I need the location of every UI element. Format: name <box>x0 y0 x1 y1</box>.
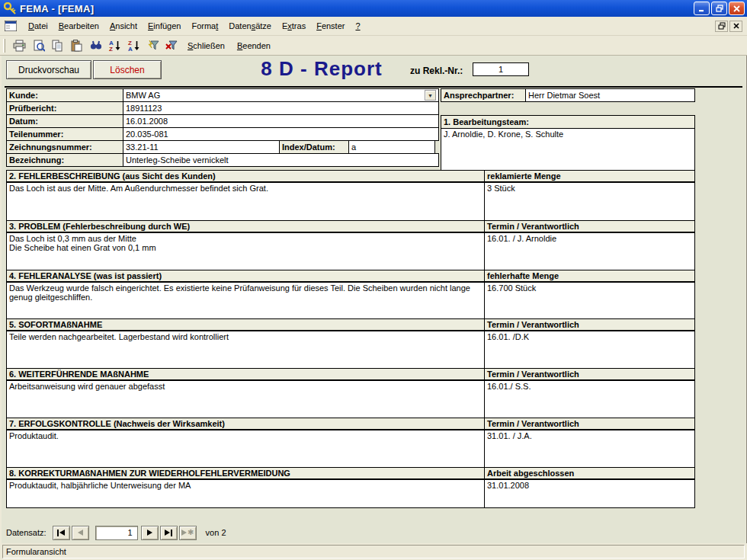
first-record-button[interactable] <box>53 526 70 540</box>
copy-icon[interactable] <box>49 37 66 54</box>
section-3-text-field[interactable]: Das Loch ist 0,3 mm aus der Mitte Die Sc… <box>6 232 485 270</box>
toolbar-grip[interactable] <box>3 39 5 53</box>
section-6-right-field[interactable]: 16.01./ S.S. <box>484 380 695 418</box>
menu-extras[interactable]: Extras <box>277 19 311 33</box>
section-6: 6. WEITERFÜHRENDE MAßNAHMETermin / Veran… <box>6 368 695 418</box>
section-3-title: 3. PROBLEM (Fehlerbeschreibung durch WE) <box>6 220 485 233</box>
menu-fenster[interactable]: Fenster <box>311 19 350 33</box>
datum-label: Datum: <box>6 114 123 128</box>
bezeichnung-field[interactable]: Unterleg-Scheibe vernickelt <box>123 153 439 167</box>
sort-ascending-icon[interactable]: A Z <box>106 37 123 54</box>
section-6-title: 6. WEITERFÜHRENDE MAßNAHME <box>6 368 485 381</box>
row-ansprechpartner: Ansprechpartner: Herr Dietmar Soest <box>441 88 695 102</box>
row-datum: Datum: 16.01.2008 <box>6 114 439 128</box>
title-bar: FEMA - [FEMA] <box>0 0 747 17</box>
section-4: 4. FEHLERANALYSE (was ist passiert)fehle… <box>6 270 695 319</box>
team-field[interactable]: J. Arnoldie, D. Krone, S. Schulte <box>441 128 695 171</box>
minimize-button[interactable] <box>694 2 710 15</box>
toolbar: A Z Z A Schließe <box>0 36 747 56</box>
form-icon <box>5 21 17 31</box>
index-datum-field[interactable]: a <box>348 140 435 154</box>
section-8-right-title: Arbeit abgeschlossen <box>484 467 695 480</box>
section-2-title: 2. FEHLERBESCHREIBUNG (aus Sicht des Kun… <box>6 170 485 183</box>
mdi-close-button[interactable] <box>729 21 742 32</box>
application-window: FEMA - [FEMA] Datei Bearbeiten Ansich <box>0 0 747 560</box>
loeschen-button[interactable]: Löschen <box>93 60 162 79</box>
row-teilenummer: Teilenummer: 20.035-081 <box>6 127 439 141</box>
paste-icon[interactable] <box>68 37 85 54</box>
druckvorschau-button[interactable]: Druckvorschau <box>6 60 91 79</box>
svg-text:A: A <box>128 46 133 52</box>
restore-button[interactable] <box>711 2 727 15</box>
next-record-button[interactable] <box>141 526 159 540</box>
section-6-right-title: Termin / Verantwortlich <box>484 368 695 381</box>
record-nav-label: Datensatz: <box>6 528 46 537</box>
row-pruefbericht: Prüfbericht: 18911123 <box>6 101 439 115</box>
menu-ansicht[interactable]: Ansicht <box>104 19 143 33</box>
menu-einfuegen[interactable]: Einfügen <box>143 19 186 33</box>
report-sections: 2. FEHLERBESCHREIBUNG (aus Sicht des Kun… <box>6 171 695 508</box>
last-record-button[interactable] <box>160 526 178 540</box>
beenden-button[interactable]: Beenden <box>232 37 276 54</box>
section-8-text-field[interactable]: Produktaudit, halbjährliche Unterweisung… <box>6 479 485 508</box>
print-preview-icon[interactable] <box>30 37 47 54</box>
close-button[interactable] <box>729 2 745 15</box>
remove-filter-icon[interactable] <box>163 37 181 54</box>
section-5-right-title: Termin / Verantwortlich <box>484 318 695 331</box>
svg-text:Z: Z <box>109 46 113 52</box>
pruefbericht-field[interactable]: 18911123 <box>123 101 439 115</box>
section-3: 3. PROBLEM (Fehlerbeschreibung durch WE)… <box>6 220 695 270</box>
section-4-text-field[interactable]: Das Werkzeug wurde falsch eingerichtet. … <box>6 282 485 319</box>
section-2-right-field[interactable]: 3 Stück <box>484 182 695 221</box>
section-5-title: 5. SOFORTMAßNAHME <box>6 318 485 331</box>
kunde-combobox[interactable]: ▼BMW AG <box>123 88 439 102</box>
section-5-text-field[interactable]: Teile werden nachgearbeitet. Lagerbestan… <box>6 331 485 369</box>
section-6-text-field[interactable]: Arbeitsanweisung wird genauer abgefasst <box>6 380 485 418</box>
datum-field[interactable]: 16.01.2008 <box>123 114 439 128</box>
mdi-restore-button[interactable] <box>715 21 728 32</box>
new-record-button[interactable]: ✱ <box>179 526 197 540</box>
record-count-text: von 2 <box>206 528 226 537</box>
menu-datei[interactable]: Datei <box>23 19 53 33</box>
section-7: 7. ERFOLGSKONTROLLE (Nachweis der Wirksa… <box>6 418 695 468</box>
section-8: 8. KORREKTURMAßNAHMEN ZUR WIEDERHOLFEHLE… <box>6 467 695 508</box>
record-number-field[interactable]: 1 <box>95 526 138 540</box>
info-table-left: Kunde: ▼BMW AG Prüfbericht: 18911123 Dat… <box>6 88 439 167</box>
form-header: Druckvorschau Löschen 8 D - Report zu Re… <box>2 56 745 86</box>
row-kunde: Kunde: ▼BMW AG <box>6 88 439 102</box>
bezeichnung-label: Bezeichnung: <box>6 153 123 167</box>
section-7-right-title: Termin / Verantwortlich <box>484 418 695 430</box>
ansprechpartner-field[interactable]: Herr Dietmar Soest <box>525 88 695 102</box>
menu-format[interactable]: Format <box>186 19 223 33</box>
row-zeichnungsnummer: Zeichnungsnummer: 33.21-11 Index/Datum: … <box>6 140 439 154</box>
teilenummer-label: Teilenummer: <box>6 127 123 141</box>
menu-hilfe[interactable]: ? <box>350 19 365 33</box>
section-2-text-field[interactable]: Das Loch ist aus der Mitte. Am Außendurc… <box>6 182 485 221</box>
sort-descending-icon[interactable]: Z A <box>125 37 143 54</box>
previous-record-button[interactable] <box>72 526 89 540</box>
index-datum-label: Index/Datum: <box>279 140 349 154</box>
form-detail: Kunde: ▼BMW AG Prüfbericht: 18911123 Dat… <box>6 88 742 542</box>
filter-by-selection-icon[interactable] <box>144 37 162 54</box>
menu-bearbeiten[interactable]: Bearbeiten <box>53 19 104 33</box>
section-5-right-field[interactable]: 16.01. /D.K <box>484 331 695 369</box>
section-2: 2. FEHLERBESCHREIBUNG (aus Sicht des Kun… <box>6 170 695 221</box>
status-text: Formularansicht <box>2 545 745 558</box>
section-7-text-field[interactable]: Produktaudit. <box>6 430 485 468</box>
record-navigator: Datensatz: 1 ✱ von 2 <box>6 524 226 541</box>
menu-datensaetze[interactable]: Datensätze <box>223 19 277 33</box>
zeichnungsnummer-field[interactable]: 33.21-11 <box>123 140 280 154</box>
chevron-down-icon[interactable]: ▼ <box>425 90 436 101</box>
print-icon[interactable] <box>11 37 28 54</box>
section-7-right-field[interactable]: 31.01. / J.A. <box>484 430 695 468</box>
section-8-right-field[interactable]: 31.01.2008 <box>484 479 695 508</box>
find-icon[interactable] <box>87 37 104 54</box>
rekl-nr-label: zu Rekl.-Nr.: <box>410 66 463 76</box>
section-8-title: 8. KORREKTURMAßNAHMEN ZUR WIEDERHOLFEHLE… <box>6 467 485 480</box>
teilenummer-field[interactable]: 20.035-081 <box>123 127 439 141</box>
section-3-right-field[interactable]: 16.01. / J. Arnoldie <box>484 232 695 270</box>
section-4-right-field[interactable]: 16.700 Stück <box>484 282 695 319</box>
schliessen-button[interactable]: Schließen <box>182 37 230 54</box>
rekl-nr-field[interactable]: 1 <box>473 62 529 76</box>
team-header: 1. Bearbeitungsteam: <box>441 115 695 129</box>
